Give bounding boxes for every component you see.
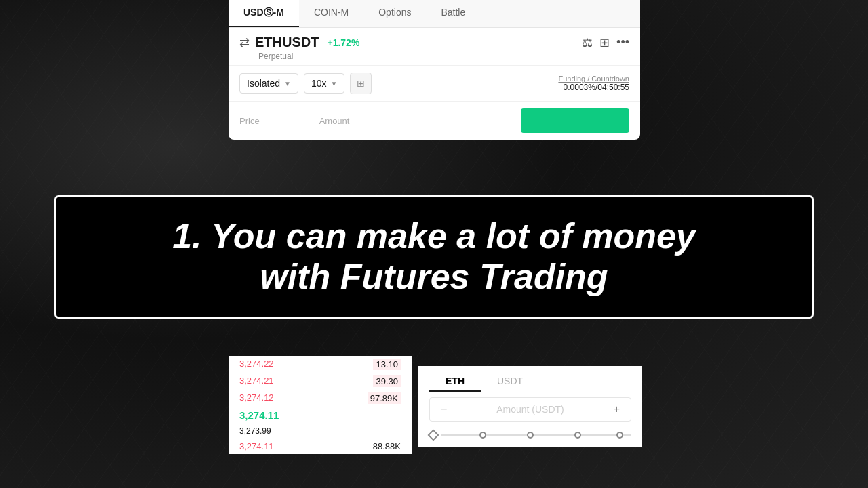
ob-sub-row: 3,273.99 [229,424,412,439]
perpetual-label: Perpetual [239,52,629,65]
ob-row-2: 3,274.21 39.30 [229,373,412,390]
ob-vol-last: 88.88K [373,441,401,451]
increment-button[interactable]: + [611,403,623,415]
slider-dot-3[interactable] [574,432,581,439]
amount-row: − Amount (USDT) + [429,397,631,422]
settings-icon: ⊞ [357,78,365,89]
ob-vol-3: 97.89K [368,392,401,404]
order-book-left: 3,274.22 13.10 3,274.21 39.30 3,274.12 9… [229,356,412,454]
slider-dot-1[interactable] [479,432,486,439]
ob-sub-price: 3,273.99 [239,426,271,436]
ob-row-1: 3,274.22 13.10 [229,356,412,373]
settings-icon-btn[interactable]: ⊞ [350,73,372,94]
tab-bar: USDⓈ-M COIN-M Options Battle [229,0,640,28]
swap-icon: ⇄ [239,35,250,50]
ob-row-last: 3,274.11 88.88K [229,439,412,454]
ob-vol-2: 39.30 [373,375,401,387]
ob-price-3: 3,274.12 [239,392,274,404]
ob-mid-row: 3,274.11 [229,407,412,424]
grid-icon[interactable]: ⊞ [599,35,610,50]
buy-button[interactable] [521,108,629,133]
ob-price-last: 3,274.11 [239,441,274,451]
margin-mode-arrow: ▼ [284,80,291,87]
ob-row-3: 3,274.12 97.89K [229,390,412,407]
overlay-text-line2: with Futures Trading [83,257,785,298]
decrement-button[interactable]: − [438,403,450,415]
asset-tab-usdt[interactable]: USDT [481,371,539,392]
tab-coinm[interactable]: COIN-M [299,0,363,27]
slider-row[interactable] [429,428,631,442]
ob-price-2: 3,274.21 [239,375,274,387]
pair-name: ETHUSDT [255,35,319,50]
leverage-dropdown[interactable]: 10x ▼ [304,73,344,94]
margin-mode-dropdown[interactable]: Isolated ▼ [239,73,298,94]
amount-label: Amount [319,116,350,126]
more-icon[interactable]: ••• [616,35,629,49]
slider-dot-4[interactable] [616,432,623,439]
funding-value: 0.0003%/04:50:55 [558,83,629,92]
asset-tabs: ETH USDT [429,371,631,392]
adjust-icon[interactable]: ⚖ [582,35,593,50]
header-icons: ⚖ ⊞ ••• [582,35,629,50]
overlay-banner: 1. You can make a lot of money with Futu… [54,195,814,319]
tab-battle[interactable]: Battle [426,0,480,27]
price-label: Price [239,116,260,126]
trade-form-bottom: ETH USDT − Amount (USDT) + [418,366,642,447]
tab-options[interactable]: Options [363,0,426,27]
overlay-text-line1: 1. You can make a lot of money [83,216,785,257]
slider-dot-2[interactable] [527,432,534,439]
ob-price-1: 3,274.22 [239,359,274,370]
funding-info: Funding / Countdown 0.0003%/04:50:55 [558,75,629,92]
pair-change: +1.72% [327,37,359,48]
ob-mid-price: 3,274.11 [239,409,279,421]
controls-row: Isolated ▼ 10x ▼ ⊞ Funding / Countdown 0… [229,66,640,102]
order-fields: Price Amount [229,102,640,140]
tab-usdm[interactable]: USDⓈ-M [229,0,299,27]
leverage-arrow: ▼ [331,80,338,87]
funding-label: Funding / Countdown [558,75,629,83]
slider-track[interactable] [441,434,631,436]
asset-tab-eth[interactable]: ETH [429,371,481,392]
trading-panel: USDⓈ-M COIN-M Options Battle ⇄ ETHUSDT +… [229,0,640,140]
slider-handle-start[interactable] [428,430,439,441]
ob-vol-1: 13.10 [373,359,401,370]
amount-placeholder[interactable]: Amount (USDT) [450,404,610,415]
